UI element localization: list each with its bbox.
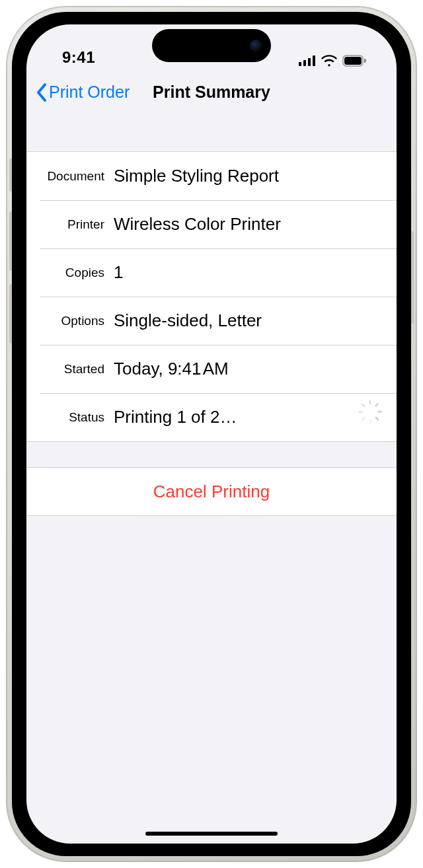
- svg-rect-6: [364, 59, 366, 63]
- activity-spinner-icon: [362, 410, 378, 425]
- summary-row: DocumentSimple Styling Report: [26, 152, 397, 200]
- back-button[interactable]: Print Order: [26, 83, 130, 102]
- content-scroll[interactable]: DocumentSimple Styling ReportPrinterWire…: [26, 114, 397, 844]
- svg-rect-2: [308, 58, 311, 66]
- svg-rect-0: [299, 62, 301, 66]
- wifi-icon: [321, 55, 337, 67]
- battery-icon: [342, 55, 366, 67]
- actions-group: Cancel Printing: [26, 467, 397, 516]
- row-value: Single-sided, Letter: [114, 310, 383, 331]
- row-label: Status: [26, 410, 114, 425]
- summary-row: OptionsSingle-sided, Letter: [26, 297, 397, 345]
- back-label: Print Order: [49, 83, 130, 102]
- row-label: Started: [26, 362, 114, 377]
- row-label: Printer: [26, 217, 114, 232]
- screen: 9:41: [26, 24, 397, 844]
- summary-row: StatusPrinting 1 of 2…: [26, 393, 397, 441]
- row-label: Document: [26, 169, 114, 184]
- cellular-icon: [299, 55, 316, 66]
- cancel-printing-button[interactable]: Cancel Printing: [26, 468, 397, 515]
- row-value: Today, 9:41 AM: [114, 359, 383, 379]
- device-frame: 9:41: [7, 7, 416, 861]
- device-bezel: 9:41: [12, 12, 411, 856]
- spinner-slot: [357, 410, 383, 425]
- nav-bar: Print Order Print Summary: [26, 71, 397, 114]
- home-indicator[interactable]: [145, 832, 278, 836]
- row-value: Simple Styling Report: [114, 166, 383, 186]
- svg-rect-1: [303, 60, 306, 66]
- svg-rect-3: [313, 55, 315, 66]
- section-spacer: [26, 114, 397, 151]
- summary-group: DocumentSimple Styling ReportPrinterWire…: [26, 151, 397, 442]
- row-label: Options: [26, 314, 114, 328]
- row-value: 1: [114, 262, 383, 283]
- status-icons: [299, 55, 370, 67]
- status-time: 9:41: [53, 48, 95, 67]
- row-value: Printing 1 of 2…: [114, 407, 357, 427]
- row-label: Copies: [26, 266, 114, 280]
- chevron-left-icon: [36, 83, 48, 102]
- svg-rect-5: [344, 57, 362, 65]
- summary-row: Copies1: [26, 248, 397, 297]
- dynamic-island: [152, 29, 271, 62]
- summary-row: PrinterWireless Color Printer: [26, 200, 397, 248]
- row-value: Wireless Color Printer: [114, 214, 383, 235]
- summary-row: StartedToday, 9:41 AM: [26, 345, 397, 393]
